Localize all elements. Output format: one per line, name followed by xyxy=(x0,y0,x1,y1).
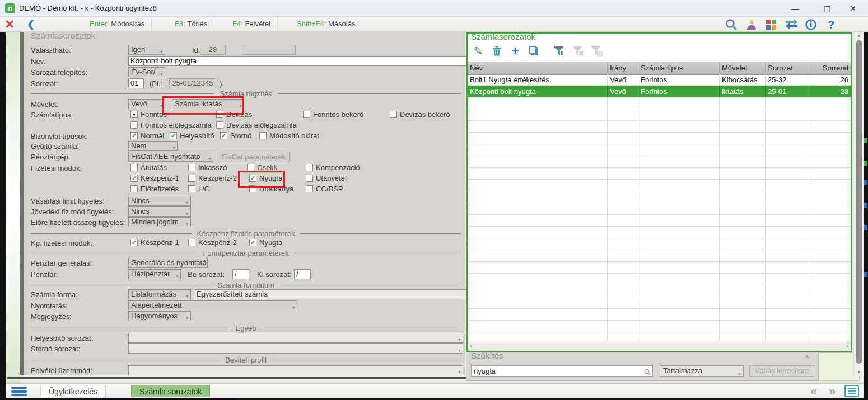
checkbox-box[interactable]: ✓ xyxy=(170,132,177,139)
shortcut-add[interactable]: F4: Felvétel xyxy=(226,17,278,31)
checkbox-storno[interactable]: ✓Stornó xyxy=(220,131,251,140)
checkbox-modosito[interactable]: Módosító okirat xyxy=(259,131,319,140)
checkbox-forintos-eleg[interactable]: Forintos előlegszámla xyxy=(130,121,211,129)
grid-horizontal-scrollbar[interactable]: ‹ › xyxy=(468,341,851,351)
checkbox-box[interactable] xyxy=(188,185,195,192)
cell-sorozat[interactable]: 25-32 xyxy=(766,74,809,86)
name-field[interactable]: Központi bolt nyugta xyxy=(128,56,470,66)
checkbox-ccbsp[interactable]: CC/BSP xyxy=(306,185,343,193)
checkbox-kp-keszpenz2[interactable]: Készpénz-2 xyxy=(188,238,237,247)
cell-nev[interactable]: Bolt1 Nyugta értékesítés xyxy=(468,74,608,86)
checkbox-box[interactable] xyxy=(303,111,310,118)
close-record-icon[interactable]: ✕ xyxy=(4,17,15,31)
checkbox-box[interactable] xyxy=(306,175,313,182)
minimize-button[interactable]: — xyxy=(786,2,805,15)
be-sorozat-field[interactable]: / xyxy=(232,269,249,279)
checkbox-box[interactable] xyxy=(306,164,313,171)
match-mode-dropdown[interactable]: Tartalmazza▼ xyxy=(660,365,744,377)
checkbox-box[interactable] xyxy=(188,164,195,171)
ki-sorozat-field[interactable]: / xyxy=(294,269,311,279)
structure-dropdown[interactable]: Év-Sor/▼ xyxy=(128,67,165,77)
checkbox-box[interactable]: ✓ xyxy=(249,239,256,246)
cell-sorrend[interactable]: 28 xyxy=(809,86,851,97)
scroll-down-icon[interactable]: ▼ xyxy=(854,370,864,375)
cell-tipus[interactable]: Forintos xyxy=(638,74,720,86)
column-header[interactable]: Művelet xyxy=(720,62,766,74)
checkbox-utanvetel[interactable]: Utánvétel xyxy=(306,174,347,182)
checkbox-lc[interactable]: L/C xyxy=(188,185,209,193)
cashregister-dropdown[interactable]: FisCat AEE nyomtató▼ xyxy=(128,152,213,162)
add-icon[interactable]: + xyxy=(508,44,522,58)
cash-generation-dropdown[interactable]: Generálás és nyomtatás▼ xyxy=(128,258,208,268)
checkbox-box[interactable] xyxy=(130,121,138,129)
checkbox-devizas[interactable]: Devizás xyxy=(216,110,252,119)
filter-search-input[interactable] xyxy=(471,365,653,377)
checkbox-box[interactable] xyxy=(306,185,313,192)
menu-icon[interactable] xyxy=(11,387,27,396)
user-icon[interactable] xyxy=(745,18,758,31)
checkbox-box[interactable] xyxy=(216,121,223,129)
copy-icon[interactable] xyxy=(526,44,541,58)
delete-icon[interactable] xyxy=(489,44,504,58)
cell-muvelet[interactable]: Iktatás xyxy=(720,86,766,97)
checkbox-forintos-bekero[interactable]: Forintos bekérő xyxy=(303,110,363,119)
list-view-icon[interactable] xyxy=(844,385,859,397)
tab-ugyletkezeles[interactable]: Ügyletkezelés xyxy=(40,385,106,397)
checkbox-box[interactable] xyxy=(259,132,267,139)
shortcut-modify[interactable]: Enter: Módosítás xyxy=(83,17,152,31)
checkbox-devizas-eleg[interactable]: Devizás előlegszámla xyxy=(216,121,297,129)
excise-dropdown[interactable]: Nincs▼ xyxy=(128,206,191,217)
checkbox-box[interactable] xyxy=(130,164,138,171)
vertical-scrollbar[interactable]: ▲ ▼ xyxy=(853,32,864,376)
help-icon[interactable]: ? xyxy=(825,18,837,31)
checkbox-box[interactable]: ✓ xyxy=(130,175,138,182)
scroll-left-icon[interactable]: ‹ xyxy=(470,342,472,350)
collective-dropdown[interactable]: Nem▼ xyxy=(128,141,178,151)
table-row[interactable]: Bolt1 Nyugta értékesítés Vevő Forintos K… xyxy=(468,74,851,86)
table-row-selected[interactable]: Központi bolt nyugta Vevő Forintos Iktat… xyxy=(468,86,851,97)
cell-irany[interactable]: Vevő xyxy=(608,74,638,86)
column-header[interactable]: Név xyxy=(468,62,608,74)
checkbox-kp-nyugta[interactable]: ✓Nyugta xyxy=(249,238,282,247)
scroll-right-icon[interactable]: › xyxy=(846,342,848,350)
modules-grid-icon[interactable] xyxy=(765,18,777,31)
checkbox-box[interactable] xyxy=(249,185,256,192)
selectable-dropdown[interactable]: Igen▼ xyxy=(128,45,165,55)
checkbox-box[interactable] xyxy=(216,111,223,118)
invoice-layout-dropdown[interactable]: Egyszerűsített számla▼ xyxy=(194,289,471,299)
prepaid-dropdown[interactable]: Minden jogcím▼ xyxy=(128,217,191,227)
column-header[interactable]: Sorrend xyxy=(809,62,851,74)
info-icon[interactable] xyxy=(805,18,817,31)
maximize-button[interactable]: ▢ xyxy=(818,2,837,15)
direction-dropdown[interactable]: Vevő▼ xyxy=(128,99,165,109)
checkbox-box[interactable]: ✓ xyxy=(220,132,227,139)
invoice-form-dropdown[interactable]: Listaformázás▼ xyxy=(128,289,191,299)
checkbox-kompenzacio[interactable]: Kompenzáció xyxy=(306,163,360,172)
checkbox-box[interactable]: ● xyxy=(130,111,138,118)
checkbox-normal[interactable]: ✓Normál xyxy=(130,131,164,140)
correction-series-dropdown[interactable]: ▼ xyxy=(128,333,463,343)
scroll-up-icon[interactable]: ▲ xyxy=(854,33,864,38)
edit-icon[interactable]: ✎ xyxy=(471,44,486,58)
checkbox-atutalas[interactable]: Átutalás xyxy=(130,163,167,172)
checkbox-box[interactable]: ✓ xyxy=(130,132,138,139)
checkbox-hitelkartya[interactable]: Hitelkártya xyxy=(249,185,293,193)
purchase-limit-dropdown[interactable]: Nincs▼ xyxy=(128,196,191,206)
comment-dropdown[interactable]: Hagyományos▼ xyxy=(128,311,191,321)
cell-sorrend[interactable]: 26 xyxy=(809,74,851,86)
checkbox-nyugta[interactable]: ✓Nyugta xyxy=(249,174,282,182)
cell-irany[interactable]: Vevő xyxy=(608,86,638,97)
switch-search-button[interactable]: Váltás keresésre xyxy=(749,365,814,377)
collapse-icon[interactable]: ∧ xyxy=(805,353,809,360)
checkbox-inkasszo[interactable]: Inkasszó xyxy=(188,163,227,172)
cell-muvelet[interactable]: Kibocsátás xyxy=(720,74,766,86)
checkbox-box[interactable] xyxy=(247,164,254,171)
entry-mode-dropdown[interactable]: ▼ xyxy=(128,365,463,375)
cell-nev[interactable]: Központi bolt nyugta xyxy=(468,86,608,97)
checkbox-box[interactable] xyxy=(188,239,195,246)
transfer-arrows-icon[interactable] xyxy=(784,18,800,31)
checkbox-devizas-bekero[interactable]: Devizás bekérő xyxy=(390,110,450,119)
cell-sorozat[interactable]: 25-01 xyxy=(766,86,809,97)
checkbox-csekk[interactable]: Csekk xyxy=(247,163,277,172)
checkbox-helyesbito[interactable]: ✓Helyesbítő xyxy=(170,131,214,140)
